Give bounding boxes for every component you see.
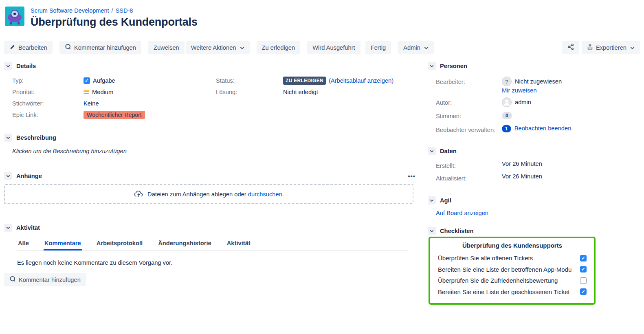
collapse-chevron-icon[interactable] bbox=[428, 227, 436, 235]
export-icon bbox=[587, 44, 593, 51]
chevron-down-icon bbox=[630, 44, 635, 51]
admin-menu-button[interactable]: Admin bbox=[398, 41, 434, 54]
epic-badge[interactable]: Wöchentlicher Report bbox=[84, 111, 145, 119]
issue-header: Scrum Software Development/SSD-8 Überprü… bbox=[5, 7, 198, 29]
resolution-label: Lösung: bbox=[216, 86, 283, 98]
toolbar: Bearbeiten Kommentar hinzufügen Zuweisen… bbox=[4, 41, 640, 54]
done-button-label: Fertig bbox=[371, 44, 386, 51]
checklist-item-label: Bereiten Sie eine Liste der betroffenen … bbox=[438, 266, 580, 273]
collapse-chevron-icon[interactable] bbox=[4, 224, 12, 232]
description-placeholder[interactable]: Klicken um die Beschreibung hinzuzufügen bbox=[12, 148, 420, 154]
checklist-checkbox[interactable] bbox=[580, 255, 587, 261]
assign-button[interactable]: Zuweisen bbox=[148, 41, 185, 54]
breadcrumb: Scrum Software Development/SSD-8 bbox=[31, 7, 198, 15]
edit-button[interactable]: Bearbeiten bbox=[4, 41, 53, 54]
checklist-checkbox[interactable] bbox=[580, 266, 587, 272]
stop-watching-link[interactable]: Beobachten beenden bbox=[514, 125, 571, 132]
checklist-item-label: Überprüfen Sie alle offenen Tickets bbox=[438, 255, 580, 261]
more-actions-button[interactable]: Weitere Aktionen bbox=[186, 41, 250, 54]
checklist-highlight-box: Überprüfung des Kundensupports Überprüfe… bbox=[429, 237, 596, 305]
assignee-name: Nicht zugewiesen bbox=[515, 78, 562, 85]
unassigned-avatar: ? bbox=[502, 77, 512, 86]
attachments-menu-button[interactable]: ••• bbox=[408, 173, 415, 180]
todo-button-label: Zu erledigen bbox=[262, 44, 295, 51]
dropzone-text: Dateien zum Anhängen ablegen oder durchs… bbox=[147, 191, 284, 198]
checklist-checkbox[interactable] bbox=[580, 277, 587, 284]
labels-value: Keine bbox=[84, 98, 216, 109]
breadcrumb-project-link[interactable]: Scrum Software Development bbox=[31, 7, 109, 14]
description-heading: Beschreibung bbox=[16, 134, 56, 141]
share-button[interactable] bbox=[562, 41, 579, 54]
collapse-chevron-icon[interactable] bbox=[428, 62, 436, 70]
browse-files-link[interactable]: durchsuchen. bbox=[248, 191, 284, 198]
add-comment-button-label: Kommentar hinzufügen bbox=[74, 44, 136, 51]
checklists-section-header: Checklisten bbox=[428, 227, 640, 235]
tab-aenderungshistorie[interactable]: Änderungshistorie bbox=[157, 237, 212, 250]
task-type-icon: ✓ bbox=[84, 77, 90, 84]
avatar-pupil-shape bbox=[13, 13, 16, 15]
project-avatar[interactable] bbox=[5, 7, 24, 26]
tab-kommentare[interactable]: Kommentare bbox=[44, 237, 82, 250]
breadcrumb-issue-link[interactable]: SSD-8 bbox=[116, 7, 133, 14]
add-comment-bottom-label: Kommentar hinzufügen bbox=[19, 277, 81, 283]
dates-section-header: Daten bbox=[428, 147, 640, 155]
status-label: Status: bbox=[216, 75, 283, 86]
view-workflow-link[interactable]: (Arbeitsablauf anzeigen) bbox=[329, 77, 393, 84]
attachment-dropzone[interactable]: Dateien zum Anhängen ablegen oder durchs… bbox=[4, 184, 413, 204]
view-on-board-link[interactable]: Auf Board anzeigen bbox=[436, 210, 488, 216]
checklist-checkbox[interactable] bbox=[580, 288, 587, 295]
tab-arbeitsprotokoll[interactable]: Arbeitsprotokoll bbox=[96, 237, 143, 250]
dates-grid: Erstellt: Vor 26 Minuten Aktualisiert: V… bbox=[436, 160, 640, 183]
collapse-chevron-icon[interactable] bbox=[428, 147, 436, 155]
assignee-label: Bearbeiter: bbox=[436, 77, 502, 94]
tab-aktivitaet[interactable]: Aktivität bbox=[226, 237, 251, 250]
tab-alle[interactable]: Alle bbox=[17, 237, 30, 250]
activity-section-header: Aktivität bbox=[4, 224, 420, 232]
export-button[interactable]: Exportieren bbox=[582, 41, 640, 54]
reporter-name: admin bbox=[515, 99, 531, 105]
avatar-leg-shape bbox=[10, 22, 12, 24]
epic-link-label: Epic Link: bbox=[12, 109, 84, 121]
collapse-chevron-icon[interactable] bbox=[4, 134, 12, 142]
add-comment-button[interactable]: Kommentar hinzufügen bbox=[59, 41, 141, 54]
edit-button-label: Bearbeiten bbox=[18, 44, 47, 51]
status-value: ZU ERLEDIGEN(Arbeitsablauf anzeigen) bbox=[283, 75, 420, 86]
resolution-value: Nicht erledigt bbox=[283, 86, 420, 98]
transition-todo-button[interactable]: Zu erledigen bbox=[257, 41, 301, 54]
collapse-chevron-icon[interactable] bbox=[4, 172, 12, 180]
labels-label: Stichwörter: bbox=[12, 98, 84, 109]
agile-section-header: Agil bbox=[428, 196, 640, 204]
attachments-heading: Anhänge bbox=[16, 173, 42, 179]
dates-heading: Daten bbox=[440, 148, 457, 154]
transition-in-progress-button[interactable]: Wird Ausgeführt bbox=[307, 41, 360, 54]
updated-value: Vor 26 Minuten bbox=[502, 173, 640, 183]
collapse-chevron-icon[interactable] bbox=[4, 62, 12, 70]
admin-button-label: Admin bbox=[403, 44, 420, 51]
checklist-item-label: Bereiten Sie eine Liste der geschlossene… bbox=[438, 288, 580, 295]
transition-done-button[interactable]: Fertig bbox=[365, 41, 391, 54]
header-text: Scrum Software Development/SSD-8 Überprü… bbox=[31, 7, 198, 29]
more-actions-label: Weitere Aktionen bbox=[191, 44, 236, 51]
jira-issue-page: Scrum Software Development/SSD-8 Überprü… bbox=[0, 0, 644, 334]
people-heading: Personen bbox=[440, 63, 467, 69]
sidebar: Personen Bearbeiter: ? Nicht zugewiesen … bbox=[428, 61, 640, 305]
collapse-chevron-icon[interactable] bbox=[428, 196, 436, 204]
watchers-count-badge[interactable]: 1 bbox=[502, 125, 511, 132]
checklist-item: Überprüfen Sie alle offenen Tickets bbox=[438, 253, 587, 264]
checklist-title: Überprüfung des Kundensupports bbox=[438, 242, 587, 249]
watchers-label: Beobachter verwalten: bbox=[436, 124, 502, 135]
reporter-label: Autor: bbox=[436, 97, 502, 107]
assign-to-me-link[interactable]: Mir zuweisen bbox=[502, 87, 537, 94]
add-comment-bottom-button[interactable]: Kommentar hinzufügen bbox=[4, 273, 86, 286]
cloud-upload-icon bbox=[134, 189, 144, 199]
checklist-item: Bereiten Sie eine Liste der geschlossene… bbox=[438, 286, 587, 298]
description-section-header: Beschreibung bbox=[4, 134, 420, 142]
no-comments-message: Es liegen noch keine Kommentare zu diese… bbox=[17, 259, 420, 266]
activity-tabs: Alle Kommentare Arbeitsprotokoll Änderun… bbox=[17, 237, 408, 250]
chevron-down-icon bbox=[240, 44, 244, 51]
main-column: Details Typ: ✓Aufgabe Status: ZU ERLEDIG… bbox=[4, 61, 420, 266]
priority-value-text: Medium bbox=[92, 89, 113, 95]
watchers-value: 1 Beobachten beenden bbox=[502, 124, 640, 135]
people-grid: Bearbeiter: ? Nicht zugewiesen Mir zuwei… bbox=[436, 77, 640, 135]
assignee-value: ? Nicht zugewiesen Mir zuweisen bbox=[502, 77, 640, 94]
